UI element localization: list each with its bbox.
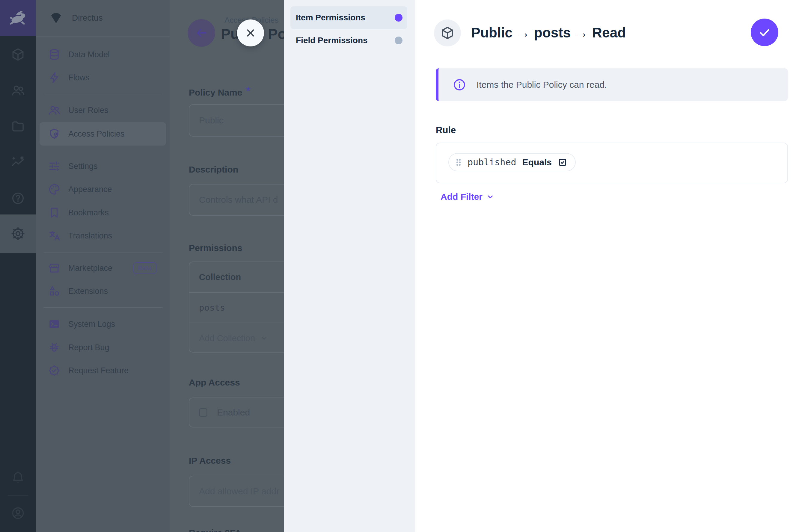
- sidebar-item-label: Report Bug: [68, 343, 109, 352]
- sidebar-item-user-roles[interactable]: User Roles: [40, 98, 166, 122]
- database-icon: [48, 48, 60, 61]
- bell-icon: [11, 471, 25, 485]
- permissions-label: Permissions: [189, 243, 242, 253]
- active-dot: [395, 14, 403, 22]
- sidebar-item-extensions[interactable]: Extensions: [40, 280, 166, 303]
- sidebar-item-flows[interactable]: Flows: [40, 66, 166, 89]
- sidebar-item-label: System Logs: [68, 320, 115, 329]
- app-access-field: Enabled: [189, 398, 284, 428]
- detail-title: Public → posts → Read: [471, 24, 626, 41]
- folder-icon: [11, 119, 25, 134]
- module-files[interactable]: [0, 112, 36, 141]
- check-icon: [758, 25, 772, 39]
- help-icon: [11, 191, 25, 206]
- ip-access-input[interactable]: Add allowed IP addr: [189, 476, 284, 507]
- people-icon: [48, 104, 60, 116]
- account-button[interactable]: [0, 499, 36, 528]
- module-content[interactable]: [0, 40, 36, 69]
- sidebar-item-label: Marketplace: [68, 264, 112, 273]
- project-fan-icon: [49, 11, 63, 25]
- checked-checkbox-icon[interactable]: [558, 157, 567, 167]
- shapes-icon: [48, 285, 60, 298]
- add-filter-button[interactable]: Add Filter: [441, 192, 495, 202]
- require-2fa-label: Require 2FA: [189, 528, 241, 532]
- account-circle-icon: [11, 506, 25, 520]
- sidebar-item-report-bug[interactable]: Report Bug: [40, 336, 166, 359]
- info-banner: Items the Public Policy can read.: [436, 68, 788, 101]
- close-drawer-button[interactable]: [237, 19, 264, 46]
- sidebar-item-label: User Roles: [68, 106, 109, 115]
- gear-icon: [11, 226, 25, 241]
- item-permissions-detail: Public → posts → Read Items the Public P…: [415, 0, 796, 532]
- project-header[interactable]: Directus: [36, 0, 170, 37]
- sidebar-item-access-policies[interactable]: Access Policies: [40, 122, 166, 146]
- sidebar: Directus Data Model Flows User Roles Acc…: [36, 0, 170, 532]
- enabled-checkbox-label: Enabled: [217, 407, 250, 418]
- save-button[interactable]: [751, 19, 778, 46]
- rule-filter-box[interactable]: published Equals: [436, 142, 788, 183]
- module-settings[interactable]: [0, 219, 36, 248]
- sidebar-item-marketplace[interactable]: Marketplace Beta: [40, 256, 166, 280]
- drag-handle-icon[interactable]: [456, 158, 462, 167]
- description-input[interactable]: Controls what API d: [189, 184, 284, 216]
- tab-field-permissions[interactable]: Field Permissions: [291, 29, 407, 52]
- notifications-button[interactable]: [0, 463, 36, 492]
- sidebar-item-label: Bookmarks: [68, 208, 109, 217]
- module-users[interactable]: [0, 76, 36, 105]
- arrow-left-icon: [195, 26, 208, 40]
- filter-operator[interactable]: Equals: [522, 157, 552, 168]
- sidebar-item-data-model[interactable]: Data Model: [40, 43, 166, 66]
- info-icon: [452, 78, 466, 92]
- terminal-icon: [48, 318, 60, 330]
- permissions-drawer-nav: Item Permissions Field Permissions: [284, 0, 415, 532]
- rosette-check-icon: [48, 364, 60, 377]
- sidebar-item-label: Flows: [68, 73, 90, 82]
- collection-icon-circle: [434, 19, 461, 46]
- tab-item-permissions[interactable]: Item Permissions: [291, 6, 407, 29]
- directus-logo[interactable]: [0, 0, 36, 36]
- info-banner-text: Items the Public Policy can read.: [477, 80, 607, 90]
- sidebar-item-appearance[interactable]: Appearance: [40, 178, 166, 201]
- bookmark-icon: [48, 206, 60, 219]
- policy-name-input[interactable]: Public: [189, 104, 284, 137]
- rabbit-icon: [7, 7, 29, 29]
- inactive-dot: [395, 37, 403, 44]
- module-help[interactable]: [0, 184, 36, 213]
- shield-user-icon: [48, 128, 60, 140]
- add-collection-button[interactable]: Add Collection: [189, 323, 284, 353]
- ip-access-label: IP Access: [189, 456, 231, 466]
- sidebar-item-request-feature[interactable]: Request Feature: [40, 359, 166, 382]
- sidebar-item-system-logs[interactable]: System Logs: [40, 312, 166, 336]
- policy-name-label: Policy Name★: [189, 86, 251, 98]
- chevron-down-icon: [260, 334, 268, 342]
- sidebar-divider: [43, 252, 163, 252]
- sidebar-item-settings[interactable]: Settings: [40, 155, 166, 178]
- sidebar-item-label: Access Policies: [68, 129, 125, 139]
- sidebar-divider: [43, 94, 163, 94]
- description-label: Description: [189, 165, 238, 175]
- filter-chip[interactable]: published Equals: [448, 153, 576, 171]
- module-insights[interactable]: [0, 148, 36, 177]
- enabled-checkbox[interactable]: [199, 408, 207, 417]
- module-bar: [0, 0, 36, 532]
- translate-icon: [48, 229, 60, 242]
- box-icon: [11, 47, 25, 62]
- filter-field[interactable]: published: [467, 157, 516, 168]
- sidebar-item-label: Request Feature: [68, 366, 129, 375]
- sidebar-item-translations[interactable]: Translations: [40, 224, 166, 247]
- rule-label: Rule: [436, 125, 456, 136]
- sidebar-item-label: Appearance: [68, 185, 112, 194]
- tune-icon: [48, 160, 60, 173]
- back-button[interactable]: [188, 19, 215, 47]
- policy-editor: Access Policies Public Policy Policy Nam…: [170, 0, 284, 532]
- sidebar-divider: [43, 307, 163, 308]
- chevron-down-icon: [486, 193, 495, 201]
- close-icon: [244, 27, 257, 39]
- permissions-row-posts[interactable]: posts: [189, 293, 284, 323]
- sidebar-item-bookmarks[interactable]: Bookmarks: [40, 201, 166, 224]
- beta-badge: Beta: [133, 262, 157, 274]
- bug-icon: [48, 341, 60, 354]
- sidebar-item-label: Data Model: [68, 50, 110, 59]
- insights-icon: [11, 155, 25, 170]
- permissions-column-header: Collection: [189, 262, 284, 292]
